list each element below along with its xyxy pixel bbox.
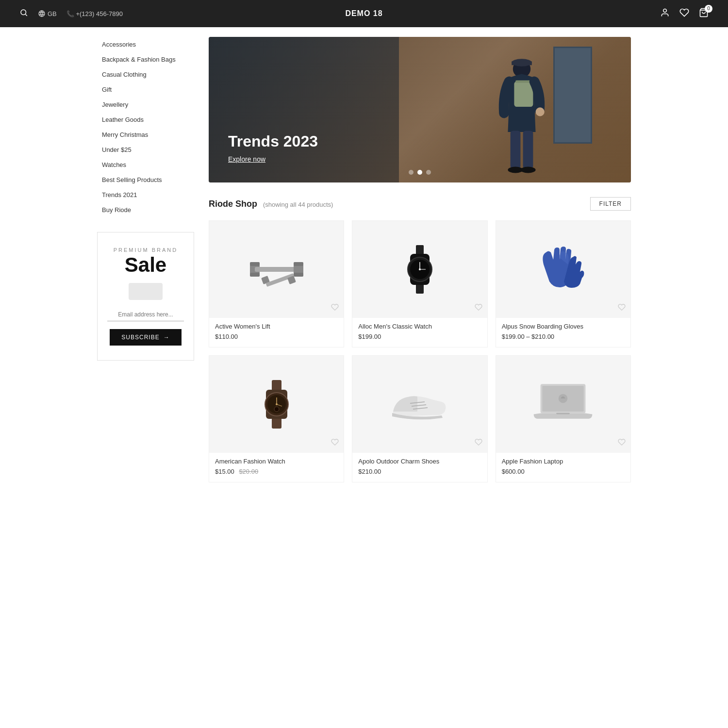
product-name[interactable]: American Fashion Watch [215, 458, 338, 465]
product-name[interactable]: Apple Fashion Laptop [502, 458, 625, 465]
product-name[interactable]: Apolo Outdoor Charm Shoes [358, 458, 481, 465]
svg-rect-25 [416, 245, 424, 255]
svg-rect-19 [250, 273, 260, 277]
content-area: Trends 2023 Explore now Riode Shop (show… [199, 37, 631, 482]
top-navigation: GB 📞 +(123) 456-7890 DEMO 18 0 [0, 0, 728, 27]
phone-number: 📞 +(123) 456-7890 [66, 10, 123, 17]
product-card: Alloc Men's Classic Watch $199.00 [352, 220, 487, 347]
nav-left: GB 📞 +(123) 456-7890 [19, 8, 123, 19]
wishlist-button[interactable] [475, 438, 482, 448]
sidebar-nav-item[interactable]: Gift [97, 82, 194, 97]
hero-title: Trends 2023 [228, 132, 318, 150]
sidebar-nav-item[interactable]: Trends 2021 [97, 187, 194, 202]
product-info: Apolo Outdoor Charm Shoes $210.00 [352, 453, 487, 482]
product-info: American Fashion Watch $15.00 $20.00 [209, 453, 344, 482]
svg-rect-11 [511, 131, 521, 168]
svg-rect-20 [294, 262, 303, 266]
product-info: Active Women's Lift $110.00 [209, 318, 344, 347]
wishlist-button[interactable] [618, 438, 626, 448]
product-image-wrap[interactable] [352, 221, 487, 318]
svg-rect-34 [272, 418, 281, 429]
shop-count: (showing all 44 products) [263, 201, 333, 208]
sidebar-navigation: AccessoriesBackpack & Fashion BagsCasual… [97, 37, 194, 217]
product-image-wrap[interactable] [496, 221, 630, 318]
product-price: $15.00 $20.00 [215, 468, 338, 475]
svg-point-41 [274, 407, 279, 412]
product-image-wrap[interactable] [209, 221, 344, 318]
product-card: Apple Fashion Laptop $600.00 [496, 355, 631, 482]
svg-point-32 [419, 268, 421, 270]
sidebar-nav-item[interactable]: Leather Goods [97, 112, 194, 127]
product-name[interactable]: Alpus Snow Boarding Gloves [502, 323, 625, 330]
product-price: $600.00 [502, 468, 625, 475]
site-logo[interactable]: DEMO 18 [345, 9, 382, 18]
product-name[interactable]: Alloc Men's Classic Watch [358, 323, 481, 330]
product-card: Apolo Outdoor Charm Shoes $210.00 [352, 355, 487, 482]
lang-label: GB [48, 10, 57, 17]
promo-brand-label: PREMIUM BRAND [107, 247, 184, 253]
promo-sale-label: Sale [107, 255, 184, 275]
hero-dots [409, 170, 431, 175]
hero-banner: Trends 2023 Explore now [209, 37, 631, 182]
product-price: $110.00 [215, 333, 338, 340]
wishlist-button[interactable] [331, 438, 339, 448]
hero-dot-2[interactable] [417, 170, 422, 175]
wishlist-button[interactable] [331, 303, 339, 313]
sidebar-nav-item[interactable]: Watches [97, 157, 194, 172]
product-image [531, 238, 595, 301]
svg-line-1 [25, 14, 27, 16]
sidebar-nav-item[interactable]: Jewellery [97, 97, 194, 112]
sidebar-nav-item[interactable]: Casual Clothing [97, 67, 194, 82]
product-name[interactable]: Active Women's Lift [215, 323, 338, 330]
subscribe-button[interactable]: SUBSCRIBE → [110, 329, 181, 346]
svg-point-40 [276, 403, 278, 405]
hero-explore-link[interactable]: Explore now [228, 155, 265, 163]
product-image-wrap[interactable] [209, 356, 344, 453]
product-price: $199.00 – $210.00 [502, 333, 625, 340]
svg-rect-16 [255, 267, 298, 272]
sidebar-nav-item[interactable]: Merry Christmas [97, 127, 194, 142]
product-image-wrap[interactable] [352, 356, 487, 453]
sidebar-nav-item[interactable]: Accessories [97, 37, 194, 52]
search-icon[interactable] [19, 8, 28, 19]
svg-point-47 [559, 394, 568, 403]
svg-point-14 [520, 167, 535, 173]
product-price: $210.00 [358, 468, 481, 475]
svg-point-0 [21, 10, 26, 15]
product-info: Apple Fashion Laptop $600.00 [496, 453, 630, 482]
email-input[interactable] [107, 308, 184, 321]
hero-text: Trends 2023 Explore now [228, 132, 318, 163]
product-info: Alpus Snow Boarding Gloves $199.00 – $21… [496, 318, 630, 347]
wishlist-icon[interactable] [679, 8, 689, 20]
product-grid: Active Women's Lift $110.00 [209, 220, 631, 482]
svg-point-3 [663, 9, 667, 12]
language-selector[interactable]: GB [38, 10, 57, 17]
cart-icon[interactable]: 0 [699, 8, 709, 20]
hero-dot-1[interactable] [409, 170, 414, 175]
sidebar: AccessoriesBackpack & Fashion BagsCasual… [97, 37, 199, 482]
sidebar-nav-item[interactable]: Under $25 [97, 142, 194, 157]
promo-badge [107, 283, 184, 301]
svg-point-10 [536, 107, 545, 116]
sidebar-nav-item[interactable]: Backpack & Fashion Bags [97, 52, 194, 67]
svg-rect-21 [294, 273, 303, 277]
sidebar-nav-item[interactable]: Best Selling Products [97, 172, 194, 187]
product-image [245, 373, 308, 436]
product-image [388, 238, 451, 301]
product-card: American Fashion Watch $15.00 $20.00 [209, 355, 344, 482]
product-price: $199.00 [358, 333, 481, 340]
filter-button[interactable]: FILTER [590, 197, 631, 211]
product-card: Alpus Snow Boarding Gloves $199.00 – $21… [496, 220, 631, 347]
sidebar-nav-item[interactable]: Buy Riode [97, 202, 194, 217]
product-image [245, 238, 308, 301]
hero-dot-3[interactable] [426, 170, 431, 175]
nav-right: 0 [660, 8, 709, 20]
promo-box: PREMIUM BRAND Sale SUBSCRIBE → [97, 232, 194, 361]
product-image-wrap[interactable] [496, 356, 630, 453]
product-image [388, 373, 451, 436]
wishlist-button[interactable] [618, 303, 626, 313]
account-icon[interactable] [660, 8, 670, 20]
svg-rect-7 [512, 61, 532, 65]
wishlist-button[interactable] [475, 303, 482, 313]
cart-badge: 0 [705, 5, 712, 13]
